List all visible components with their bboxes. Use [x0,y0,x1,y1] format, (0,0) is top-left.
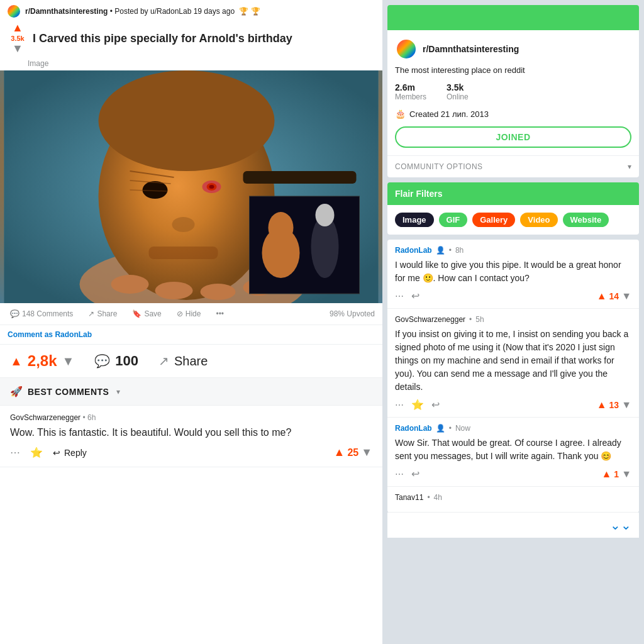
share-icon-action: ↗ [88,309,94,318]
rcomment-upvote-1[interactable]: ▲ [597,291,607,302]
flair-gallery-tag[interactable]: Gallery [472,213,515,227]
reply-button-1[interactable]: ↩ Reply [53,448,87,458]
karma-up-arrow[interactable]: ▲ [10,354,23,369]
flair-body: Image GIF Gallery Video Website [387,205,639,235]
subreddit-avatar-large [395,38,418,60]
rcomment-dot-4: • [427,493,430,502]
rcomment-dots-2[interactable]: ⋯ [395,400,404,410]
subreddit-name-link[interactable]: r/Damnthatsinteresting [25,7,108,16]
rcomment-author-2[interactable]: GovSchwarzenegger [395,315,465,324]
comment-dots-1[interactable]: ⋯ [10,447,20,458]
flair-header: Flair Filters [387,182,639,205]
members-label: Members [395,92,426,101]
upvote-percentage: 98% Upvoted [330,309,375,318]
downvote-button-header[interactable]: ▼ [12,42,23,55]
award-icon-1[interactable]: ⭐ [30,447,43,458]
comments-action[interactable]: 💬 148 Comments [8,307,75,321]
rcomment-reply-icon-1[interactable]: ↩ [411,290,419,302]
more-action[interactable]: ••• [213,307,226,321]
share-label-large: Share [174,354,208,369]
flair-website-tag[interactable]: Website [563,213,609,227]
share-section[interactable]: ↗ Share [158,353,208,369]
comment-text-1: Wow. This is fantastic. It is beautiful.… [10,426,372,440]
more-dots-icon: ••• [216,309,224,318]
comment-upvote-1[interactable]: ▲ [334,446,345,459]
svg-rect-14 [243,171,357,184]
svg-point-21 [269,212,294,243]
karma-down-arrow[interactable]: ▼ [62,354,75,369]
rcomment-upvote-3[interactable]: ▲ [602,469,612,480]
comment-time-separator: • [82,413,87,422]
svg-point-17 [201,284,236,300]
rcomment-text-3: Wow Sir. That would be great. Of course … [395,436,631,463]
comment-author-1[interactable]: GovSchwarzenegger [10,413,80,422]
rcomment-3: RadonLab 👤 • Now Wow Sir. That would be … [387,418,639,487]
post-title: I Carved this pipe specially for Arnold'… [33,32,292,45]
rcomment-dots-1[interactable]: ⋯ [395,291,404,301]
svg-point-15 [111,275,149,294]
rcomment-author-4[interactable]: Tanav11 [395,493,423,502]
rcomment-downvote-1[interactable]: ▼ [621,291,631,302]
rcomment-downvote-3[interactable]: ▼ [621,469,631,480]
flair-image-tag[interactable]: Image [395,213,434,227]
comment-downvote-1[interactable]: ▼ [361,446,372,459]
comment-meta-1: GovSchwarzenegger • 6h [10,413,372,422]
post-actions-bar: 💬 148 Comments ↗ Share 🔖 Save ⊘ Hide •••… [0,303,382,325]
flair-gif-tag[interactable]: GIF [439,213,468,227]
comment-vote-count-1: 25 [347,447,358,458]
sidebar-card-body: r/Damnthatsinteresting The most interest… [387,30,639,155]
svg-point-23 [316,204,335,226]
online-stat: 3.5k Online [447,82,469,101]
sidebar-subreddit-name[interactable]: r/Damnthatsinteresting [423,44,519,54]
flair-video-tag[interactable]: Video [520,213,557,227]
subreddit-description: The most interesting place on reddit [395,65,631,75]
rcomment-time-4: 4h [434,493,442,502]
svg-point-5 [143,181,168,199]
hide-action[interactable]: ⊘ Hide [174,307,204,321]
rcomment-reply-icon-2[interactable]: ↩ [431,399,440,411]
rcomment-upvote-2[interactable]: ▲ [597,399,607,411]
karma-bar: ▲ 2,8k ▼ 💬 100 ↗ Share [0,345,382,378]
comment-bubble-icon: 💬 [94,353,110,369]
join-button[interactable]: JOINED [395,126,631,148]
rcomment-dot-3: • [449,424,452,433]
svg-point-9 [172,217,195,232]
subreddit-avatar-small [8,5,20,18]
post-meta: r/Damnthatsinteresting • Posted by u/Rad… [25,7,260,16]
community-options[interactable]: COMMUNITY OPTIONS ▾ [387,155,639,177]
members-stat: 2.6m Members [395,82,426,101]
share-action[interactable]: ↗ Share [86,307,119,321]
comment-count-section: 💬 100 [94,353,138,369]
cake-icon: 🎂 [395,109,406,119]
share-label-action: Share [97,309,117,318]
created-row: 🎂 Created 21 лип. 2013 [395,109,631,119]
rcomment-meta-3: RadonLab 👤 • Now [395,424,631,433]
scroll-down-icon[interactable]: ⌄⌄ [610,518,631,533]
rcomment-footer-2: ⋯ ⭐ ↩ ▲ 13 ▼ [395,399,631,411]
award-icon-r2[interactable]: ⭐ [411,399,424,411]
karma-count-display: 2,8k [28,352,57,370]
rcomment-author-3[interactable]: RadonLab [395,424,432,433]
share-arrow-icon: ↗ [158,353,169,369]
members-value: 2.6m [395,82,426,92]
rcomment-downvote-2[interactable]: ▼ [621,399,631,411]
svg-point-8 [209,185,214,189]
comment-time-1: 6h [87,413,96,422]
rcomment-footer-3: ⋯ ↩ ▲ 1 ▼ [395,468,631,480]
sculpture-svg [0,70,382,303]
comments-count-text: 148 Comments [22,309,73,318]
rcomment-dots-3[interactable]: ⋯ [395,469,404,479]
rcomment-vote-count-3: 1 [614,469,619,479]
rcomment-author-1[interactable]: RadonLab [395,246,432,255]
right-comments-section: RadonLab 👤 • 8h I would like to give you… [387,240,639,513]
save-action[interactable]: 🔖 Save [130,307,164,321]
online-label: Online [447,92,469,101]
best-comments-header[interactable]: 🚀 BEST COMMENTS ▾ [0,378,382,406]
upvote-button[interactable]: ▲ [12,21,23,35]
community-options-label: COMMUNITY OPTIONS [395,162,483,171]
svg-point-4 [99,70,275,171]
hide-icon: ⊘ [177,309,183,318]
post-image-container[interactable] [0,70,382,303]
comment-as-username[interactable]: RadonLab [55,330,92,339]
rcomment-reply-icon-3[interactable]: ↩ [411,468,419,480]
